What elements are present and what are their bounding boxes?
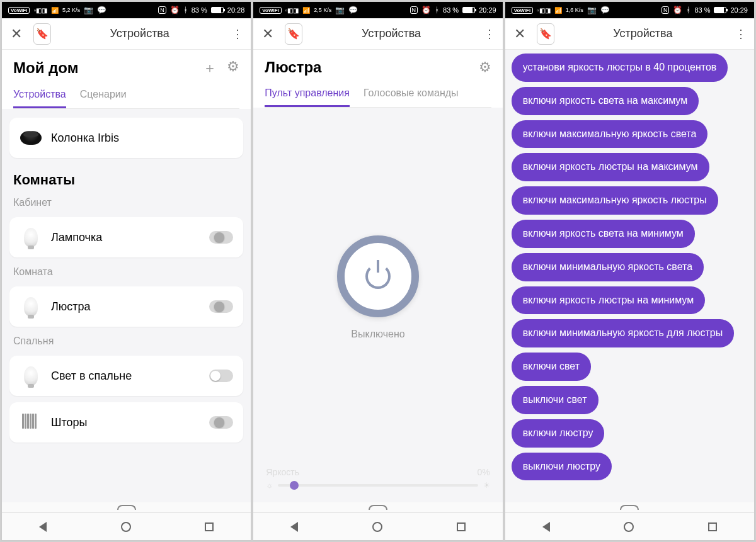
battery-percent: 83 % xyxy=(694,6,710,14)
screen-1: VoWiFi ▫◧◨ 📶 5,2 K/s 📷 💬 N ⏰ ᚼ 83 % 20:2… xyxy=(1,1,251,541)
toggle-switch[interactable] xyxy=(209,231,233,244)
network-speed: 1,6 K/s xyxy=(566,8,583,13)
nav-home-icon[interactable] xyxy=(121,522,131,532)
messenger-icon: 💬 xyxy=(97,6,106,14)
nav-bar xyxy=(505,512,754,540)
close-icon[interactable]: ✕ xyxy=(510,22,529,46)
voice-command-chip[interactable]: выключи люстру xyxy=(512,453,612,481)
nav-back-icon[interactable] xyxy=(290,522,298,532)
voice-command-chip[interactable]: включи яркость люстры на минимум xyxy=(512,286,706,315)
nav-bar xyxy=(2,512,251,540)
toggle-switch[interactable] xyxy=(209,300,233,313)
nav-recent-icon[interactable] xyxy=(457,522,466,531)
battery-icon xyxy=(211,7,224,13)
close-icon[interactable]: ✕ xyxy=(258,22,277,46)
device-bulb-spalnya[interactable]: Свет в спальне xyxy=(9,356,243,396)
nav-recent-icon[interactable] xyxy=(205,522,214,531)
close-icon[interactable]: ✕ xyxy=(7,22,26,46)
room-name: Кабинет xyxy=(13,197,239,208)
alarm-icon: ⏰ xyxy=(673,6,682,14)
gear-icon[interactable]: ⚙ xyxy=(479,59,491,76)
tabs: Пульт управления Голосовые команды xyxy=(265,82,491,108)
device-speaker[interactable]: Колонка Irbis xyxy=(9,118,243,158)
add-icon[interactable]: ＋ xyxy=(203,59,217,77)
tab-scenarios[interactable]: Сценарии xyxy=(80,84,127,108)
device-label: Свет в спальне xyxy=(51,370,200,383)
messenger-icon: 💬 xyxy=(600,6,610,14)
camera-icon: 📷 xyxy=(335,6,345,14)
menu-dots-icon[interactable]: ⋮ xyxy=(480,23,498,45)
network-speed: 5,2 K/s xyxy=(62,8,80,13)
voice-command-chip[interactable]: включи яркость люстры на максимум xyxy=(512,153,709,181)
nfc-icon: N xyxy=(158,6,166,14)
voice-command-chip[interactable]: включи яркость света на минимум xyxy=(512,220,695,248)
voice-command-chip[interactable]: включи минимальную яркость света xyxy=(512,253,704,281)
voice-command-chip[interactable]: включи минимальную яркость для люстры xyxy=(512,319,735,347)
voice-commands-list: установи яркость люстры в 40 процентов в… xyxy=(505,50,754,502)
brightness-label: Яркость xyxy=(266,467,299,477)
speaker-icon xyxy=(20,131,42,145)
browser-header: ✕ 🔖 Устройства ⋮ xyxy=(253,18,502,50)
tab-voice[interactable]: Голосовые команды xyxy=(364,82,459,107)
brightness-value: 0% xyxy=(477,467,490,477)
menu-dots-icon[interactable]: ⋮ xyxy=(228,23,246,45)
status-bar: VoWiFi ▫◧◨ 📶 2,5 K/s 📷 💬 N ⏰ ᚼ 83 % 20:2… xyxy=(253,2,502,18)
voice-command-chip[interactable]: включи свет xyxy=(512,353,591,381)
screen-3: VoWiFi ▫◧◨ 📶 1,6 K/s 📷 💬 N ⏰ ᚼ 83 % 20:2… xyxy=(505,1,755,541)
tab-remote[interactable]: Пульт управления xyxy=(265,82,350,107)
signal-icon-2: 📶 xyxy=(51,7,59,14)
status-bar: VoWiFi ▫◧◨ 📶 1,6 K/s 📷 💬 N ⏰ ᚼ 83 % 20:2… xyxy=(505,2,754,18)
device-bulb-kabinet[interactable]: Лампочка xyxy=(9,217,243,257)
device-bulb-komnata[interactable]: Люстра xyxy=(9,286,243,327)
room-name: Комната xyxy=(13,266,239,278)
voice-command-chip[interactable]: включи яркость света на максимум xyxy=(512,87,699,115)
voice-command-chip[interactable]: включи люстру xyxy=(512,419,605,448)
bluetooth-icon: ᚼ xyxy=(183,6,188,14)
room-name: Спальня xyxy=(13,336,239,347)
bookmark-icon[interactable]: 🔖 xyxy=(33,23,51,45)
alarm-icon: ⏰ xyxy=(421,6,431,14)
nfc-icon: N xyxy=(662,6,670,14)
nfc-icon: N xyxy=(410,6,418,14)
bookmark-icon[interactable]: 🔖 xyxy=(537,23,554,45)
voice-command-chip[interactable]: выключи свет xyxy=(512,386,598,414)
battery-percent: 83 % xyxy=(192,6,207,14)
sun-small-icon: ☼ xyxy=(266,481,273,490)
tab-devices[interactable]: Устройства xyxy=(13,84,66,108)
nav-home-icon[interactable] xyxy=(624,522,634,532)
curtain-icon xyxy=(22,414,40,431)
battery-icon xyxy=(714,7,726,13)
device-label: Шторы xyxy=(51,416,200,429)
signal-icon: ▫◧◨ xyxy=(285,7,299,14)
clock: 20:29 xyxy=(730,6,748,14)
menu-dots-icon[interactable]: ⋮ xyxy=(731,23,749,45)
sun-large-icon: ☀ xyxy=(483,481,490,490)
power-button[interactable] xyxy=(337,235,419,317)
clock: 20:28 xyxy=(227,6,245,14)
voice-command-chip[interactable]: включи максимальную яркость люстры xyxy=(512,186,718,215)
bluetooth-icon: ᚼ xyxy=(686,6,690,14)
voice-command-chip[interactable]: установи яркость люстры в 40 процентов xyxy=(512,54,728,82)
nav-home-icon[interactable] xyxy=(372,522,382,532)
bluetooth-icon: ᚼ xyxy=(435,6,439,14)
nav-back-icon[interactable] xyxy=(542,522,550,532)
swipe-handle[interactable] xyxy=(505,502,754,512)
brightness-control: Яркость 0% ☼ ☀ xyxy=(253,467,502,502)
nav-recent-icon[interactable] xyxy=(708,522,717,531)
power-control-area: Выключено xyxy=(253,108,502,467)
slider-thumb[interactable] xyxy=(290,481,299,490)
toggle-switch[interactable] xyxy=(209,416,233,429)
swipe-handle[interactable] xyxy=(253,502,502,512)
page-url-title: Устройства xyxy=(562,27,724,40)
nav-back-icon[interactable] xyxy=(39,522,47,532)
page-title: Мой дом xyxy=(13,59,78,77)
toggle-switch[interactable] xyxy=(209,370,233,382)
brightness-slider[interactable] xyxy=(278,484,478,487)
status-bar: VoWiFi ▫◧◨ 📶 5,2 K/s 📷 💬 N ⏰ ᚼ 83 % 20:2… xyxy=(2,2,251,18)
swipe-handle[interactable] xyxy=(2,502,251,512)
bulb-icon xyxy=(24,297,38,316)
bookmark-icon[interactable]: 🔖 xyxy=(285,23,302,45)
device-curtains[interactable]: Шторы xyxy=(9,402,243,443)
voice-command-chip[interactable]: включи максимальную яркость света xyxy=(512,120,708,149)
gear-icon[interactable]: ⚙ xyxy=(227,59,239,77)
